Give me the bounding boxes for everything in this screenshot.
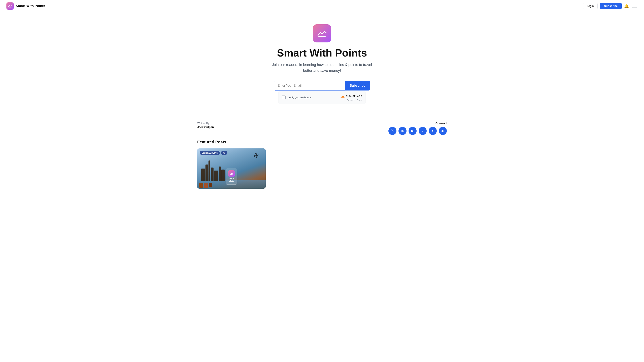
brand-logo-icon [6,2,14,10]
hero-title: Smart With Points [277,47,367,59]
captcha-terms-link[interactable]: Terms [356,99,362,101]
social-icons-group: 𝕏 in ▶ ♪ f ◉ [388,127,447,135]
social-icon-tiktok[interactable]: ♪ [418,127,427,135]
post-card-image: ✈ [197,148,266,189]
badge-airline: British Airways [200,151,220,155]
social-icon-facebook[interactable]: f [429,127,437,135]
swp-overlay-text: SMARTWITHPOINTS [229,177,234,183]
post-card-british-airways[interactable]: ✈ [197,148,266,189]
brand-name: Smart With Points [16,4,45,8]
captcha-left: Verify you are human [282,95,312,99]
buildings-group [201,160,224,181]
cloudflare-text: CLOUDFLARE [346,95,362,97]
captcha-right: ☁ CLOUDFLARE Privacy · Terms [340,93,362,101]
social-icon-x[interactable]: 𝕏 [388,127,396,135]
captcha-privacy-link[interactable]: Privacy [347,99,354,101]
connect-label: Connect [436,122,447,125]
hamburger-line-1 [632,5,637,5]
post-badges-group: British Airways +3 [200,151,228,155]
building-1 [201,169,205,181]
written-by-group: Written By Jack Culpan [197,122,214,129]
navbar: Smart With Points Login Subscribe 🔔 [0,0,644,12]
building-tower [208,160,210,181]
airplane-icon: ✈ [252,151,260,160]
navbar-brand-group: Smart With Points [6,2,45,10]
social-icon-instagram[interactable]: ◉ [439,127,447,135]
building-3 [211,168,214,181]
badge-points-extra: +3 [221,151,228,155]
subscribe-nav-button[interactable]: Subscribe [600,3,622,9]
social-icon-youtube[interactable]: ▶ [408,127,416,135]
captcha-widget: Verify you are human ☁ CLOUDFLARE Privac… [278,91,366,104]
captcha-checkbox[interactable] [282,95,286,99]
captcha-label: Verify you are human [288,96,312,99]
building-2 [206,164,208,181]
hero-logo-icon [313,24,331,42]
email-input[interactable] [274,81,345,90]
building-5 [219,167,221,181]
hamburger-line-3 [632,7,637,7]
featured-section: Featured Posts ✈ [181,140,463,197]
swp-overlay-logo-icon [228,170,235,177]
luggage-2 [204,183,208,188]
author-name: Jack Culpan [197,125,214,129]
luggage-3 [209,183,212,187]
email-form-row: Subscribe [274,81,370,90]
captcha-separator: · [355,99,356,101]
cloudflare-cloud-icon: ☁ [340,93,345,99]
building-4 [214,171,218,181]
written-by-label: Written By [197,122,214,125]
featured-posts-title: Featured Posts [197,140,447,144]
hamburger-menu-button[interactable] [632,4,638,8]
captcha-links: Privacy · Terms [347,99,362,101]
email-form: Subscribe Verify you are human ☁ CLOUDFL… [274,81,370,104]
notifications-bell-icon[interactable]: 🔔 [624,3,629,8]
navbar-actions: Login Subscribe 🔔 [583,3,638,9]
luggage-row [199,183,212,188]
swp-overlay: SMARTWITHPOINTS [226,169,237,185]
login-button[interactable]: Login [583,3,598,9]
cloudflare-logo: ☁ CLOUDFLARE [340,93,362,99]
social-icon-linkedin[interactable]: in [398,127,406,135]
hero-section: Smart With Points Join our readers in le… [0,12,644,112]
luggage-1 [199,183,203,188]
hero-subtitle: Join our readers in learning how to use … [270,62,374,74]
subscribe-form-button[interactable]: Subscribe [345,81,370,90]
hamburger-line-2 [632,6,637,6]
featured-posts-grid: ✈ [197,148,447,189]
connect-section: Connect 𝕏 in ▶ ♪ f ◉ [388,122,447,135]
building-6 [222,170,224,181]
meta-connect-section: Written By Jack Culpan Connect 𝕏 in ▶ ♪ … [181,112,463,140]
